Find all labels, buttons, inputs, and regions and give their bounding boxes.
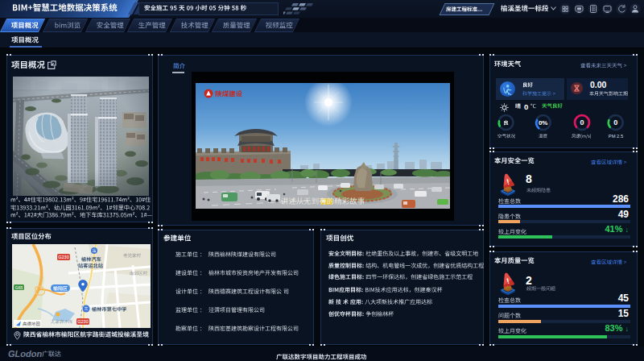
svg-text:G230: G230 bbox=[58, 255, 68, 259]
svg-text:G65: G65 bbox=[15, 285, 23, 290]
svg-text:0: 0 bbox=[613, 118, 617, 127]
svg-text:0: 0 bbox=[580, 118, 584, 127]
svg-text:G230: G230 bbox=[77, 319, 88, 324]
svg-text:0%: 0% bbox=[539, 119, 548, 127]
